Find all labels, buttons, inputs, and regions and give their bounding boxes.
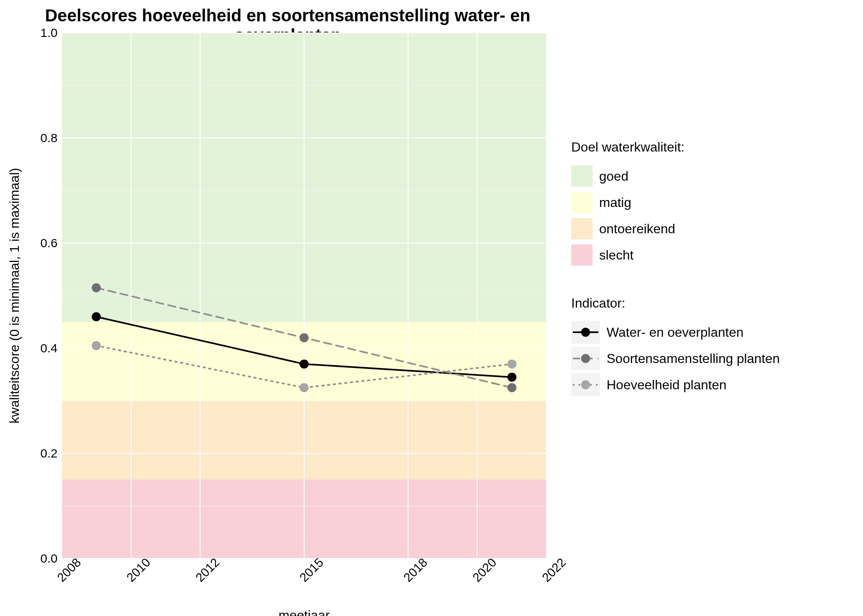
legend-indicator-title: Indicator: [571, 296, 780, 311]
legend-quality-item-slecht: slecht [571, 244, 685, 267]
legend-line-sample [571, 347, 600, 370]
x-tick-label: 2018 [401, 555, 430, 584]
y-tick-label: 0.2 [25, 446, 58, 460]
legend-line-sample [571, 373, 600, 396]
svg-point-5 [581, 380, 590, 389]
legend-indicator-label: Soortensamenstelling planten [607, 351, 780, 366]
legend-quality-item-matig: matig [571, 191, 685, 214]
legend-swatch-slecht [571, 244, 593, 266]
y-tick-label: 0.4 [25, 341, 58, 355]
series-point [300, 383, 309, 392]
legend-indicator-label: Water- en oeverplanten [607, 325, 743, 340]
legend-swatch-ontoereikend [571, 218, 593, 239]
series-point [508, 359, 517, 368]
legend-indicator-item-1: Soortensamenstelling planten [571, 347, 780, 370]
x-tick-label: 2008 [54, 555, 83, 584]
legend-indicator-item-0: Water- en oeverplanten [571, 321, 780, 344]
plot-outer: kwaliteitscore (0 is minimaal, 1 is maxi… [62, 33, 547, 559]
series-point [92, 312, 101, 321]
legend-indicator-label: Hoeveelheid planten [607, 377, 727, 393]
legend-quality-title: Doel waterkwaliteit: [571, 140, 685, 155]
series-point [92, 283, 101, 292]
chart-container: Deelscores hoeveelheid en soortensamenst… [0, 0, 863, 616]
x-tick-label: 2010 [124, 555, 153, 584]
series-point [92, 341, 101, 350]
y-tick-label: 1.0 [25, 26, 58, 40]
chart-overlay-svg [62, 33, 547, 559]
series-point [300, 333, 309, 342]
svg-point-1 [581, 328, 590, 337]
series-point [508, 372, 517, 382]
y-tick-label: 0.0 [25, 552, 58, 565]
legend-quality-label: ontoereikend [599, 221, 675, 237]
series-point [300, 359, 309, 368]
legend-quality: Doel waterkwaliteit: goedmatigontoereike… [571, 140, 685, 270]
series-point [508, 383, 517, 392]
x-tick-label: 2015 [297, 555, 326, 584]
y-tick-label: 0.8 [25, 131, 58, 145]
x-axis-label: meetjaar [62, 608, 547, 616]
x-tick-label: 2012 [193, 555, 222, 584]
y-tick-label: 0.6 [25, 236, 58, 250]
legend-indicator: Indicator: Water- en oeverplantenSoorten… [571, 296, 780, 400]
legend-quality-item-ontoereikend: ontoereikend [571, 217, 685, 240]
svg-point-3 [581, 354, 590, 363]
y-axis-label: kwaliteitscore (0 is minimaal, 1 is maxi… [7, 168, 22, 423]
legend-quality-label: goed [599, 169, 628, 184]
legend-quality-item-goed: goed [571, 165, 685, 188]
legend-swatch-goed [571, 165, 593, 187]
legend-swatch-matig [571, 192, 593, 213]
legend-line-sample [571, 321, 600, 344]
x-tick-label: 2022 [539, 555, 568, 584]
legend-indicator-item-2: Hoeveelheid planten [571, 373, 780, 396]
legend-quality-label: slecht [599, 248, 634, 263]
legend-quality-label: matig [599, 195, 631, 210]
x-tick-label: 2020 [470, 555, 499, 584]
